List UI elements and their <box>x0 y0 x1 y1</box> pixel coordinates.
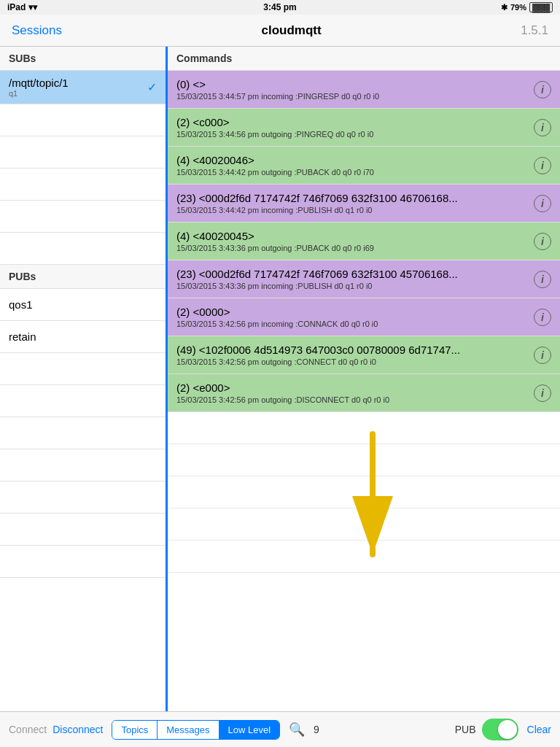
subs-header: SUBs <box>0 47 166 71</box>
status-right: ✱ 79% ▓▓▓ <box>501 2 553 12</box>
command-content-9: (2) <e000> 15/03/2015 3:42:56 pm outgoin… <box>176 382 528 404</box>
commands-panel: Commands (0) <> 15/03/2015 3:44:57 pm in… <box>168 47 560 711</box>
toggle-knob <box>498 720 517 739</box>
clear-button[interactable]: Clear <box>527 724 551 735</box>
command-detail-5: 15/03/2015 3:43:36 pm outgoing :PUBACK d… <box>176 244 528 252</box>
command-detail-8: 15/03/2015 3:42:56 pm outgoing :CONNECT … <box>176 357 528 366</box>
command-content-5: (4) <40020045> 15/03/2015 3:43:36 pm out… <box>176 230 528 252</box>
sidebar-pub-empty-1 <box>0 353 166 385</box>
topic-sub: q1 <box>9 89 69 98</box>
topic-name: /mqtt/topic/1 <box>9 77 69 89</box>
nav-version: 1.5.1 <box>521 23 548 38</box>
message-count: 9 <box>314 724 319 735</box>
status-time: 3:45 pm <box>263 2 296 12</box>
nav-title: cloudmqtt <box>262 23 322 38</box>
command-detail-1: 15/03/2015 3:44:57 pm incoming :PINGRESP… <box>176 92 528 101</box>
command-content-3: (4) <40020046> 15/03/2015 3:44:42 pm out… <box>176 154 528 177</box>
command-detail-7: 15/03/2015 3:42:56 pm incoming :CONNACK … <box>176 320 528 328</box>
info-icon-1[interactable]: i <box>534 81 551 98</box>
qos1-label: qos1 <box>9 298 33 311</box>
command-detail-9: 15/03/2015 3:42:56 pm outgoing :DISCONNE… <box>176 395 528 404</box>
down-arrow-svg <box>329 427 416 573</box>
info-icon-2[interactable]: i <box>534 119 551 136</box>
wifi-icon: ▾▾ <box>28 2 37 12</box>
command-item-3[interactable]: (4) <40020046> 15/03/2015 3:44:42 pm out… <box>168 147 560 185</box>
command-content-6: (23) <000d2f6d 7174742f 746f7069 632f310… <box>176 268 528 290</box>
command-content-1: (0) <> 15/03/2015 3:44:57 pm incoming :P… <box>176 78 528 101</box>
sidebar-item-qos1[interactable]: qos1 <box>0 289 166 321</box>
sidebar: SUBs /mqtt/topic/1 q1 ✓ PUBs qos1 retain <box>0 47 168 711</box>
command-detail-2: 15/03/2015 3:44:56 pm outgoing :PINGREQ … <box>176 130 528 139</box>
command-content-4: (23) <000d2f6d 7174742f 746f7069 632f310… <box>176 192 528 214</box>
info-icon-9[interactable]: i <box>534 384 551 402</box>
retain-label: retain <box>9 330 36 343</box>
sidebar-empty-1 <box>0 104 166 136</box>
pubs-header: PUBs <box>0 265 166 289</box>
sidebar-pub-empty-4 <box>0 449 166 481</box>
commands-list: (0) <> 15/03/2015 3:44:57 pm incoming :P… <box>168 71 560 711</box>
search-icon[interactable]: 🔍 <box>289 721 305 738</box>
command-title-7: (2) <0000> <box>176 306 528 318</box>
command-item-4[interactable]: (23) <000d2f6d 7174742f 746f7069 632f310… <box>168 185 560 222</box>
sidebar-empty-3 <box>0 169 166 201</box>
connect-label: Connect <box>9 724 47 735</box>
tab-topics[interactable]: Topics <box>112 721 158 739</box>
status-bar: iPad ▾▾ 3:45 pm ✱ 79% ▓▓▓ <box>0 0 560 15</box>
info-icon-3[interactable]: i <box>534 157 551 174</box>
nav-bar: Sessions cloudmqtt 1.5.1 <box>0 15 560 47</box>
bottom-toolbar: Connect Disconnect Topics Messages Low L… <box>0 711 560 747</box>
info-icon-6[interactable]: i <box>534 271 551 288</box>
disconnect-button[interactable]: Disconnect <box>52 724 103 735</box>
sidebar-pub-empty-7 <box>0 546 166 578</box>
command-item-6[interactable]: (23) <000d2f6d 7174742f 746f7069 632f310… <box>168 260 560 298</box>
pub-label: PUB <box>455 724 476 735</box>
info-icon-8[interactable]: i <box>534 347 551 364</box>
battery-level: 79% <box>510 3 526 12</box>
sessions-button[interactable]: Sessions <box>12 23 62 38</box>
commands-header: Commands <box>168 47 560 71</box>
sidebar-pub-empty-3 <box>0 417 166 449</box>
sidebar-empty-4 <box>0 201 166 233</box>
command-item-9[interactable]: (2) <e000> 15/03/2015 3:42:56 pm outgoin… <box>168 374 560 412</box>
command-item-2[interactable]: (2) <c000> 15/03/2015 3:44:56 pm outgoin… <box>168 109 560 147</box>
sidebar-pub-empty-6 <box>0 514 166 546</box>
sidebar-item-retain[interactable]: retain <box>0 321 166 353</box>
checkmark-icon: ✓ <box>147 80 157 94</box>
pub-toggle[interactable] <box>482 719 518 740</box>
bluetooth-icon: ✱ <box>501 3 508 12</box>
command-title-5: (4) <40020045> <box>176 230 528 242</box>
command-title-3: (4) <40020046> <box>176 154 528 166</box>
command-content-2: (2) <c000> 15/03/2015 3:44:56 pm outgoin… <box>176 116 528 139</box>
command-content-7: (2) <0000> 15/03/2015 3:42:56 pm incomin… <box>176 306 528 328</box>
command-title-1: (0) <> <box>176 78 528 90</box>
command-title-2: (2) <c000> <box>176 116 528 128</box>
main-content: SUBs /mqtt/topic/1 q1 ✓ PUBs qos1 retain <box>0 47 560 711</box>
battery-icon: ▓▓▓ <box>529 2 553 12</box>
command-item-8[interactable]: (49) <102f0006 4d514973 647003c0 0078000… <box>168 336 560 374</box>
arrow-annotation <box>168 412 560 595</box>
tab-group: Topics Messages Low Level <box>112 720 280 740</box>
tab-lowlevel[interactable]: Low Level <box>219 721 280 739</box>
command-detail-6: 15/03/2015 3:43:36 pm incoming :PUBLISH … <box>176 282 528 290</box>
sidebar-pub-empty-5 <box>0 481 166 514</box>
command-title-4: (23) <000d2f6d 7174742f 746f7069 632f310… <box>176 192 528 204</box>
sidebar-item-topic[interactable]: /mqtt/topic/1 q1 ✓ <box>0 71 166 104</box>
command-item-7[interactable]: (2) <0000> 15/03/2015 3:42:56 pm incomin… <box>168 298 560 336</box>
sidebar-empty-2 <box>0 136 166 169</box>
command-detail-4: 15/03/2015 3:44:42 pm incoming :PUBLISH … <box>176 206 528 214</box>
command-item-5[interactable]: (4) <40020045> 15/03/2015 3:43:36 pm out… <box>168 222 560 260</box>
command-title-8: (49) <102f0006 4d514973 647003c0 0078000… <box>176 344 528 356</box>
topic-info: /mqtt/topic/1 q1 <box>9 77 69 98</box>
command-detail-3: 15/03/2015 3:44:42 pm outgoing :PUBACK d… <box>176 168 528 177</box>
device-label: iPad <box>7 2 26 12</box>
info-icon-7[interactable]: i <box>534 309 551 326</box>
sidebar-empty-5 <box>0 233 166 265</box>
info-icon-5[interactable]: i <box>534 233 551 250</box>
tab-messages[interactable]: Messages <box>158 721 219 739</box>
info-icon-4[interactable]: i <box>534 195 551 212</box>
command-title-6: (23) <000d2f6d 7174742f 746f7069 632f310… <box>176 268 528 280</box>
status-left: iPad ▾▾ <box>7 2 37 12</box>
command-title-9: (2) <e000> <box>176 382 528 394</box>
command-item-1[interactable]: (0) <> 15/03/2015 3:44:57 pm incoming :P… <box>168 71 560 109</box>
command-content-8: (49) <102f0006 4d514973 647003c0 0078000… <box>176 344 528 366</box>
